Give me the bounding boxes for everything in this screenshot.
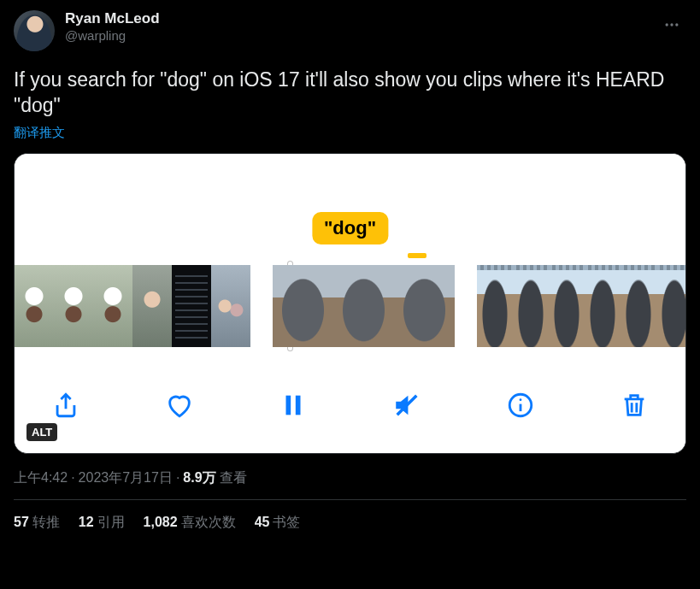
playhead-marker xyxy=(408,253,426,258)
author-block[interactable]: Ryan McLeod @warpling xyxy=(65,10,657,44)
search-tag: "dog" xyxy=(312,212,388,244)
clip-group-2[interactable] xyxy=(273,265,455,347)
clip-thumbnail[interactable] xyxy=(333,265,394,347)
clip-thumbnail[interactable] xyxy=(549,265,585,347)
clip-thumbnail[interactable] xyxy=(54,265,93,347)
media-top-area: "dog" xyxy=(15,154,685,244)
clip-thumbnail[interactable] xyxy=(656,265,686,347)
clip-strip[interactable] xyxy=(15,265,685,347)
more-button[interactable] xyxy=(657,10,686,39)
svg-point-8 xyxy=(520,398,522,401)
clip-thumbnail[interactable] xyxy=(132,265,172,347)
tweet-header: Ryan McLeod @warpling xyxy=(14,10,686,51)
media-toolbar xyxy=(15,357,685,453)
pause-icon xyxy=(279,391,308,420)
info-icon xyxy=(506,391,535,420)
tweet-container: Ryan McLeod @warpling If you search for … xyxy=(0,0,700,532)
pause-button[interactable] xyxy=(276,388,310,422)
svg-point-2 xyxy=(675,23,678,26)
svg-point-1 xyxy=(670,23,673,26)
svg-rect-3 xyxy=(286,396,291,415)
clip-thumbnail[interactable] xyxy=(211,265,250,347)
svg-point-0 xyxy=(666,23,668,26)
tweet-stats: 57转推 12引用 1,082喜欢次数 45书签 xyxy=(14,500,686,532)
tweet-text: If you search for "dog" on iOS 17 it'll … xyxy=(14,67,686,118)
avatar[interactable] xyxy=(14,10,55,51)
info-button[interactable] xyxy=(503,388,538,422)
trash-icon xyxy=(620,391,649,420)
clip-thumbnail[interactable] xyxy=(172,265,211,347)
ellipsis-icon xyxy=(663,16,680,33)
mute-icon xyxy=(392,391,421,420)
tweet-time[interactable]: 上午4:42 xyxy=(14,470,68,485)
tweet-date[interactable]: 2023年7月17日 xyxy=(79,470,173,485)
clip-thumbnail[interactable] xyxy=(273,265,333,347)
svg-rect-4 xyxy=(296,396,301,415)
views-count: 8.9万 xyxy=(183,470,215,485)
clip-thumbnail[interactable] xyxy=(394,265,455,347)
clip-thumbnail[interactable] xyxy=(585,265,621,347)
share-button[interactable] xyxy=(49,388,83,422)
delete-button[interactable] xyxy=(617,388,651,422)
stat-quotes[interactable]: 12引用 xyxy=(79,514,125,532)
media-card[interactable]: "dog" xyxy=(14,153,686,454)
mute-button[interactable] xyxy=(390,388,424,422)
clip-thumbnail[interactable] xyxy=(93,265,132,347)
author-handle: @warpling xyxy=(65,27,657,44)
clip-thumbnail[interactable] xyxy=(513,265,549,347)
stat-bookmarks[interactable]: 45书签 xyxy=(255,514,301,532)
clip-thumbnail[interactable] xyxy=(621,265,656,347)
stat-likes[interactable]: 1,082喜欢次数 xyxy=(144,514,236,532)
clip-group-1[interactable] xyxy=(15,265,250,347)
heart-icon xyxy=(165,391,194,420)
clip-thumbnail[interactable] xyxy=(15,265,54,347)
translate-link[interactable]: 翻译推文 xyxy=(14,125,65,141)
stat-retweets[interactable]: 57转推 xyxy=(14,514,60,532)
clip-thumbnail[interactable] xyxy=(477,265,513,347)
alt-badge[interactable]: ALT xyxy=(26,423,57,441)
share-icon xyxy=(51,391,80,420)
like-button[interactable] xyxy=(162,388,197,422)
clip-group-3[interactable] xyxy=(477,265,686,347)
author-display-name: Ryan McLeod xyxy=(65,10,657,27)
views-label: 查看 xyxy=(220,470,247,485)
tweet-meta: 上午4:42·2023年7月17日·8.9万 查看 xyxy=(14,469,686,500)
